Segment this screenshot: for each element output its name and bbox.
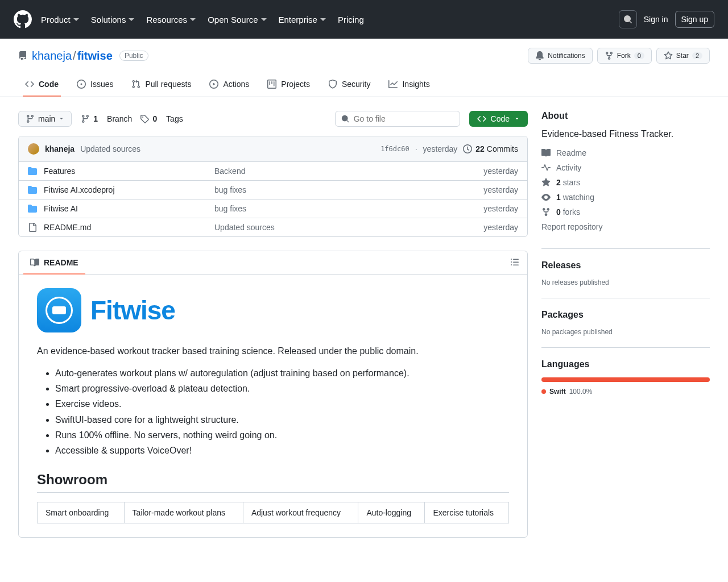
readme-tab[interactable]: README	[23, 251, 85, 274]
readme-intro: An evidence-based workout tracker based …	[37, 346, 509, 356]
packages-section: Packages No packages published	[541, 310, 710, 348]
branches-link[interactable]: 1 Branch	[81, 114, 132, 123]
tags-link[interactable]: 0 Tags	[140, 114, 183, 123]
search-icon	[623, 15, 632, 24]
toc-button[interactable]	[507, 254, 523, 272]
language-item[interactable]: Swift 100.0%	[541, 388, 710, 396]
signin-link[interactable]: Sign in	[644, 15, 668, 24]
file-row[interactable]: README.mdUpdated sourcesyesterday	[19, 218, 527, 236]
file-icon	[28, 223, 37, 232]
star-button[interactable]: Star 2	[656, 48, 710, 64]
star-label: Star	[676, 52, 689, 60]
forks-link[interactable]: 0 forks	[541, 207, 710, 217]
readme-bullets: Auto-generates workout plans w/ autoregu…	[37, 365, 509, 458]
file-commit-message[interactable]: bug fixes	[214, 185, 483, 194]
breadcrumb: khaneja/fitwise	[32, 49, 113, 63]
languages-section: Languages Swift 100.0%	[541, 359, 710, 407]
releases-heading[interactable]: Releases	[541, 260, 710, 271]
file-toolbar: main 1 Branch 0 Tags Code	[18, 111, 528, 127]
issues-icon	[77, 80, 86, 89]
readme-header: README	[19, 251, 527, 275]
file-name[interactable]: Fitwise AI	[44, 204, 214, 213]
readme-box: README Fitwise An evidence-based workout…	[18, 251, 528, 538]
fork-count: 0	[634, 52, 644, 59]
commit-message[interactable]: Updated sources	[80, 144, 140, 153]
avatar[interactable]	[28, 143, 39, 155]
file-commit-message[interactable]: Updated sources	[214, 223, 483, 232]
branch-selector[interactable]: main	[18, 111, 72, 127]
activity-link[interactable]: Activity	[541, 163, 710, 172]
fork-button[interactable]: Fork 0	[597, 48, 652, 64]
file-name[interactable]: Fitwise AI.xcodeproj	[44, 185, 214, 194]
file-commit-message[interactable]: Backend	[214, 167, 483, 176]
readme-bullet: Accessible & supports VoiceOver!	[55, 443, 509, 458]
repo-title-row: khaneja/fitwise Public Notifications For…	[18, 48, 710, 64]
files-box: khaneja Updated sources 1f6dc60 · yester…	[18, 136, 528, 237]
signup-button[interactable]: Sign up	[675, 11, 714, 28]
file-search[interactable]	[335, 111, 460, 127]
tab-issues[interactable]: Issues	[70, 75, 120, 97]
readme-bullet: Auto-generates workout plans w/ autoregu…	[55, 365, 509, 381]
file-search-input[interactable]	[354, 114, 454, 123]
repo-actions: Notifications Fork 0 Star 2	[528, 48, 710, 64]
commit-time: yesterday	[423, 144, 458, 153]
file-commit-message[interactable]: bug fixes	[214, 204, 483, 213]
nav-product[interactable]: Product	[41, 15, 80, 24]
chevron-down-icon	[128, 16, 135, 23]
code-button[interactable]: Code	[469, 111, 528, 127]
readme-bullet: Exercise videos.	[55, 396, 509, 411]
readme-bullet: SwiftUI-based core for a lightweight str…	[55, 412, 509, 427]
packages-text: No packages published	[541, 328, 710, 336]
readme-link[interactable]: Readme	[541, 148, 710, 157]
nav-pricing[interactable]: Pricing	[338, 15, 364, 24]
tab-security[interactable]: Security	[321, 75, 378, 97]
tab-actions[interactable]: Actions	[202, 75, 256, 97]
showroom-heading: Showroom	[37, 472, 509, 493]
about-heading: About	[541, 111, 710, 121]
visibility-badge: Public	[119, 51, 148, 61]
chevron-down-icon	[59, 116, 64, 122]
shield-icon	[328, 80, 337, 89]
language-bar	[541, 377, 710, 382]
star-icon	[541, 178, 551, 187]
nav-enterprise[interactable]: Enterprise	[279, 15, 326, 24]
showroom-cell: Exercise tutorials	[425, 502, 509, 523]
file-row[interactable]: Fitwise AIbug fixesyesterday	[19, 199, 527, 218]
commit-sha[interactable]: 1f6dc60	[380, 145, 410, 153]
nav-open-source[interactable]: Open Source	[208, 15, 267, 24]
github-logo[interactable]	[14, 10, 32, 28]
folder-icon	[28, 204, 37, 213]
nav-resources[interactable]: Resources	[146, 15, 196, 24]
file-name[interactable]: Features	[44, 167, 214, 176]
file-time: yesterday	[483, 204, 518, 213]
watching-link[interactable]: 1 watching	[541, 193, 710, 202]
tab-code[interactable]: Code	[18, 75, 65, 97]
tab-projects[interactable]: Projects	[260, 75, 317, 97]
file-row[interactable]: FeaturesBackendyesterday	[19, 162, 527, 181]
report-link[interactable]: Report repository	[541, 222, 710, 231]
nav-items: Product Solutions Resources Open Source …	[41, 15, 610, 24]
file-row[interactable]: Fitwise AI.xcodeprojbug fixesyesterday	[19, 181, 527, 199]
branch-name: main	[38, 114, 55, 123]
packages-heading[interactable]: Packages	[541, 310, 710, 320]
nav-solutions[interactable]: Solutions	[91, 15, 135, 24]
commits-link[interactable]: 22 Commits	[463, 144, 518, 153]
repo-link[interactable]: fitwise	[77, 49, 113, 62]
code-button-label: Code	[491, 114, 510, 123]
tab-insights[interactable]: Insights	[382, 75, 436, 97]
folder-icon	[28, 167, 37, 176]
tab-prs[interactable]: Pull requests	[125, 75, 198, 97]
graph-icon	[388, 80, 398, 89]
showroom-table: Smart onboardingTailor-made workout plan…	[37, 502, 509, 523]
chevron-down-icon	[320, 16, 326, 23]
search-icon	[341, 114, 349, 123]
commit-author[interactable]: khaneja	[45, 144, 75, 153]
book-icon	[30, 258, 39, 267]
stars-link[interactable]: 2 stars	[541, 178, 710, 187]
owner-link[interactable]: khaneja	[32, 49, 72, 62]
star-count: 2	[692, 52, 702, 59]
notifications-button[interactable]: Notifications	[528, 48, 592, 64]
search-button[interactable]	[619, 10, 637, 28]
code-icon	[477, 114, 486, 123]
file-name[interactable]: README.md	[44, 223, 214, 232]
